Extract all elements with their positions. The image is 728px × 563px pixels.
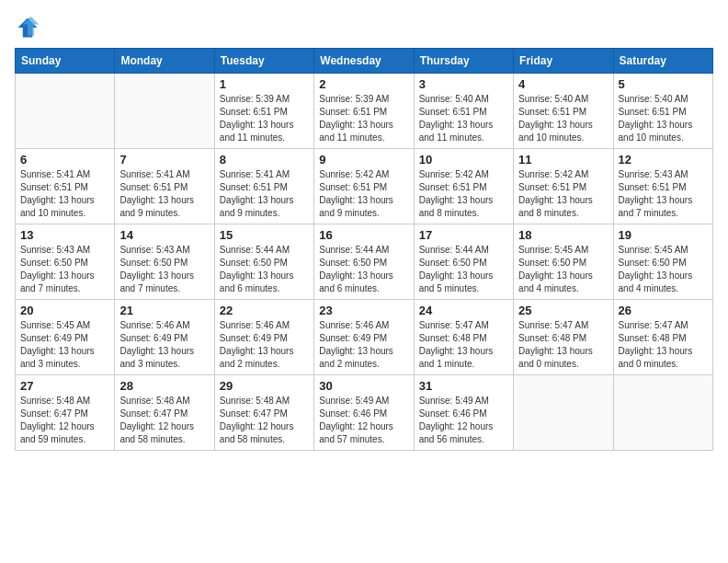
day-number: 30	[319, 379, 408, 393]
calendar-cell: 21Sunrise: 5:46 AM Sunset: 6:49 PM Dayli…	[115, 300, 214, 375]
calendar-cell: 15Sunrise: 5:44 AM Sunset: 6:50 PM Dayli…	[214, 224, 313, 300]
day-info: Sunrise: 5:48 AM Sunset: 6:47 PM Dayligh…	[119, 395, 209, 446]
day-number: 14	[119, 228, 209, 242]
calendar-week-4: 20Sunrise: 5:45 AM Sunset: 6:49 PM Dayli…	[16, 300, 713, 375]
calendar-cell: 24Sunrise: 5:47 AM Sunset: 6:48 PM Dayli…	[414, 300, 513, 375]
day-info: Sunrise: 5:43 AM Sunset: 6:51 PM Dayligh…	[619, 168, 708, 220]
calendar-cell: 18Sunrise: 5:45 AM Sunset: 6:50 PM Dayli…	[514, 224, 613, 300]
day-number: 21	[119, 304, 209, 317]
calendar-cell: 19Sunrise: 5:45 AM Sunset: 6:50 PM Dayli…	[613, 224, 712, 300]
day-info: Sunrise: 5:44 AM Sunset: 6:50 PM Dayligh…	[220, 244, 309, 295]
logo	[15, 15, 44, 40]
calendar-cell	[16, 74, 115, 149]
calendar-week-3: 13Sunrise: 5:43 AM Sunset: 6:50 PM Dayli…	[16, 224, 713, 300]
day-info: Sunrise: 5:43 AM Sunset: 6:50 PM Dayligh…	[20, 244, 109, 295]
calendar-cell: 25Sunrise: 5:47 AM Sunset: 6:48 PM Dayli…	[514, 300, 613, 375]
calendar-cell: 27Sunrise: 5:48 AM Sunset: 6:47 PM Dayli…	[16, 375, 115, 451]
weekday-header-friday: Friday	[514, 49, 613, 74]
logo-icon	[15, 15, 40, 40]
calendar-week-2: 6Sunrise: 5:41 AM Sunset: 6:51 PM Daylig…	[16, 149, 713, 224]
calendar-cell: 16Sunrise: 5:44 AM Sunset: 6:50 PM Dayli…	[314, 224, 414, 300]
calendar-cell: 22Sunrise: 5:46 AM Sunset: 6:49 PM Dayli…	[214, 300, 313, 375]
day-number: 16	[319, 228, 408, 242]
day-number: 27	[20, 379, 109, 393]
day-info: Sunrise: 5:42 AM Sunset: 6:51 PM Dayligh…	[518, 168, 608, 220]
day-number: 4	[518, 77, 608, 91]
day-number: 23	[319, 304, 408, 317]
calendar-cell: 20Sunrise: 5:45 AM Sunset: 6:49 PM Dayli…	[16, 300, 115, 375]
day-info: Sunrise: 5:46 AM Sunset: 6:49 PM Dayligh…	[119, 319, 209, 371]
calendar-cell: 9Sunrise: 5:42 AM Sunset: 6:51 PM Daylig…	[314, 149, 414, 224]
day-number: 11	[518, 153, 608, 167]
calendar-cell: 1Sunrise: 5:39 AM Sunset: 6:51 PM Daylig…	[214, 74, 313, 149]
day-number: 3	[419, 77, 508, 91]
calendar-cell: 2Sunrise: 5:39 AM Sunset: 6:51 PM Daylig…	[314, 74, 414, 149]
day-number: 10	[419, 153, 508, 167]
weekday-header-wednesday: Wednesday	[314, 49, 414, 74]
calendar-cell: 11Sunrise: 5:42 AM Sunset: 6:51 PM Dayli…	[514, 149, 613, 224]
calendar-cell: 29Sunrise: 5:48 AM Sunset: 6:47 PM Dayli…	[214, 375, 313, 451]
weekday-header-tuesday: Tuesday	[214, 49, 313, 74]
day-number: 17	[419, 228, 508, 242]
day-info: Sunrise: 5:49 AM Sunset: 6:46 PM Dayligh…	[419, 395, 508, 446]
day-info: Sunrise: 5:45 AM Sunset: 6:50 PM Dayligh…	[518, 244, 608, 295]
day-info: Sunrise: 5:40 AM Sunset: 6:51 PM Dayligh…	[518, 93, 608, 144]
calendar-cell: 6Sunrise: 5:41 AM Sunset: 6:51 PM Daylig…	[16, 149, 115, 224]
day-info: Sunrise: 5:47 AM Sunset: 6:48 PM Dayligh…	[419, 319, 508, 371]
calendar-cell: 4Sunrise: 5:40 AM Sunset: 6:51 PM Daylig…	[514, 74, 613, 149]
day-info: Sunrise: 5:46 AM Sunset: 6:49 PM Dayligh…	[319, 319, 408, 371]
calendar-cell: 31Sunrise: 5:49 AM Sunset: 6:46 PM Dayli…	[414, 375, 513, 451]
calendar-cell	[613, 375, 712, 451]
day-number: 18	[518, 228, 608, 242]
day-number: 9	[319, 153, 408, 167]
day-info: Sunrise: 5:40 AM Sunset: 6:51 PM Dayligh…	[619, 93, 708, 144]
weekday-header-monday: Monday	[115, 49, 214, 74]
calendar-cell	[115, 74, 214, 149]
day-info: Sunrise: 5:41 AM Sunset: 6:51 PM Dayligh…	[20, 168, 109, 220]
day-number: 20	[20, 304, 109, 317]
calendar-cell: 7Sunrise: 5:41 AM Sunset: 6:51 PM Daylig…	[115, 149, 214, 224]
day-number: 29	[220, 379, 309, 393]
calendar-cell: 5Sunrise: 5:40 AM Sunset: 6:51 PM Daylig…	[613, 74, 712, 149]
day-info: Sunrise: 5:41 AM Sunset: 6:51 PM Dayligh…	[119, 168, 209, 220]
day-info: Sunrise: 5:48 AM Sunset: 6:47 PM Dayligh…	[220, 395, 309, 446]
day-info: Sunrise: 5:44 AM Sunset: 6:50 PM Dayligh…	[419, 244, 508, 295]
calendar-week-1: 1Sunrise: 5:39 AM Sunset: 6:51 PM Daylig…	[16, 74, 713, 149]
calendar-cell: 13Sunrise: 5:43 AM Sunset: 6:50 PM Dayli…	[16, 224, 115, 300]
day-number: 26	[619, 304, 708, 317]
calendar-header-row: SundayMondayTuesdayWednesdayThursdayFrid…	[16, 49, 713, 74]
page-header	[15, 15, 713, 40]
day-number: 25	[518, 304, 608, 317]
day-info: Sunrise: 5:42 AM Sunset: 6:51 PM Dayligh…	[319, 168, 408, 220]
day-number: 6	[20, 153, 109, 167]
calendar-table: SundayMondayTuesdayWednesdayThursdayFrid…	[15, 48, 713, 451]
day-info: Sunrise: 5:45 AM Sunset: 6:49 PM Dayligh…	[20, 319, 109, 371]
calendar-cell: 3Sunrise: 5:40 AM Sunset: 6:51 PM Daylig…	[414, 74, 513, 149]
day-info: Sunrise: 5:40 AM Sunset: 6:51 PM Dayligh…	[419, 93, 508, 144]
day-info: Sunrise: 5:48 AM Sunset: 6:47 PM Dayligh…	[20, 395, 109, 446]
day-info: Sunrise: 5:46 AM Sunset: 6:49 PM Dayligh…	[220, 319, 309, 371]
day-number: 7	[119, 153, 209, 167]
weekday-header-saturday: Saturday	[613, 49, 712, 74]
day-number: 22	[220, 304, 309, 317]
day-number: 28	[119, 379, 209, 393]
calendar-week-5: 27Sunrise: 5:48 AM Sunset: 6:47 PM Dayli…	[16, 375, 713, 451]
calendar-cell: 12Sunrise: 5:43 AM Sunset: 6:51 PM Dayli…	[613, 149, 712, 224]
day-info: Sunrise: 5:47 AM Sunset: 6:48 PM Dayligh…	[518, 319, 608, 371]
day-info: Sunrise: 5:41 AM Sunset: 6:51 PM Dayligh…	[220, 168, 309, 220]
day-number: 2	[319, 77, 408, 91]
day-number: 24	[419, 304, 508, 317]
day-number: 31	[419, 379, 508, 393]
calendar-body: 1Sunrise: 5:39 AM Sunset: 6:51 PM Daylig…	[16, 74, 713, 451]
day-number: 12	[619, 153, 708, 167]
day-number: 19	[619, 228, 708, 242]
day-number: 13	[20, 228, 109, 242]
calendar-cell: 28Sunrise: 5:48 AM Sunset: 6:47 PM Dayli…	[115, 375, 214, 451]
calendar-cell: 10Sunrise: 5:42 AM Sunset: 6:51 PM Dayli…	[414, 149, 513, 224]
day-info: Sunrise: 5:42 AM Sunset: 6:51 PM Dayligh…	[419, 168, 508, 220]
day-number: 5	[619, 77, 708, 91]
day-number: 8	[220, 153, 309, 167]
calendar-cell: 23Sunrise: 5:46 AM Sunset: 6:49 PM Dayli…	[314, 300, 414, 375]
day-info: Sunrise: 5:43 AM Sunset: 6:50 PM Dayligh…	[119, 244, 209, 295]
day-info: Sunrise: 5:49 AM Sunset: 6:46 PM Dayligh…	[319, 395, 408, 446]
